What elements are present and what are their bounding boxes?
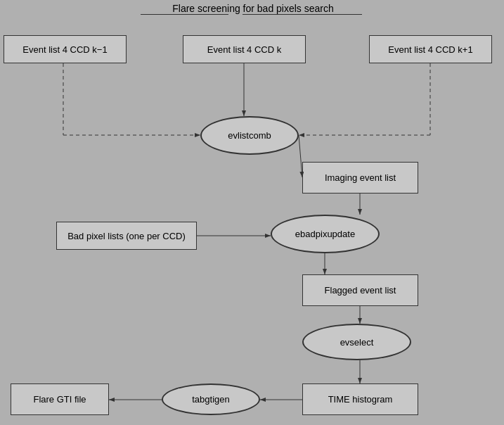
time-histogram: TIME histogram — [302, 383, 418, 415]
tabgtigen: tabgtigen — [162, 383, 260, 415]
title-label: Flare screening for bad pixels search — [105, 3, 401, 14]
flagged-event-list: Flagged event list — [302, 274, 418, 306]
event-list-k: Event list 4 CCD k — [183, 35, 306, 63]
ebadpixupdate: ebadpixupdate — [271, 215, 380, 253]
evlistcomb: evlistcomb — [200, 116, 299, 155]
imaging-event-list: Imaging event list — [302, 162, 418, 194]
bad-pixel-lists: Bad pixel lists (one per CCD) — [56, 222, 197, 250]
event-list-k-plus1: Event list 4 CCD k+1 — [369, 35, 492, 63]
arrows-svg — [0, 0, 504, 425]
flare-gti-file: Flare GTI file — [11, 383, 109, 415]
diagram: Flare screening for bad pixels search Ev… — [0, 0, 504, 425]
evselect: evselect — [302, 324, 411, 360]
event-list-k-minus1: Event list 4 CCD k−1 — [4, 35, 127, 63]
